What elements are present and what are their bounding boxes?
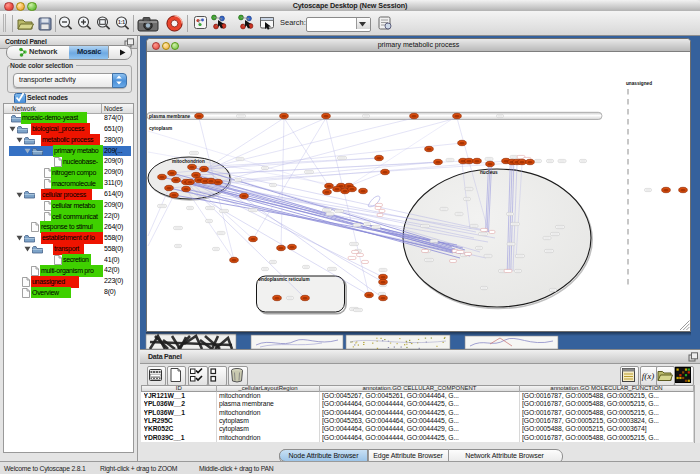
svg-text:1:1: 1:1 xyxy=(118,19,125,25)
svg-text:nucleus: nucleus xyxy=(480,170,498,175)
svg-text:mitochondrion: mitochondrion xyxy=(172,159,205,164)
svg-text:cytoplasm: cytoplasm xyxy=(149,126,172,131)
svg-text:plasma membrane: plasma membrane xyxy=(149,114,191,119)
svg-text:unassigned: unassigned xyxy=(626,81,652,86)
svg-text:f(x): f(x) xyxy=(642,371,655,381)
svg-text:endoplasmic reticulum: endoplasmic reticulum xyxy=(259,277,310,282)
